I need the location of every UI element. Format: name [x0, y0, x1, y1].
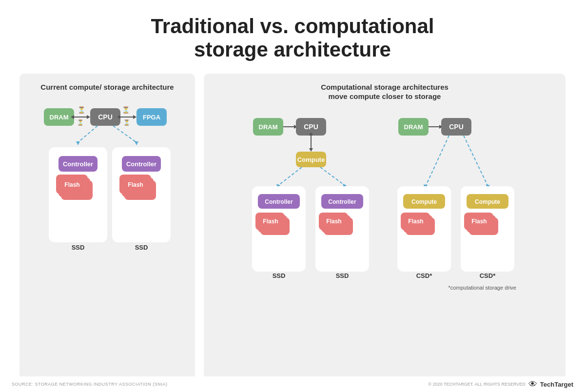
svg-text:Flash: Flash	[408, 218, 423, 225]
svg-text:DRAM: DRAM	[404, 123, 423, 131]
footer-logo-text: TechTarget	[540, 381, 573, 388]
svg-line-73	[426, 136, 449, 186]
svg-text:SSD: SSD	[336, 272, 349, 279]
footer-logo: © 2020 TECHTARGET. ALL RIGHTS RESERVED 👁…	[428, 379, 573, 390]
svg-text:Controller: Controller	[265, 198, 293, 205]
svg-text:Flash: Flash	[326, 218, 341, 225]
svg-text:Compute: Compute	[297, 156, 325, 163]
right-diagram-svg: DRAM CPU Compute	[243, 108, 526, 294]
left-panel: Current compute/ storage architecture DR…	[20, 74, 195, 387]
main-container: Traditional vs. computationalstorage arc…	[0, 0, 585, 392]
footer: SOURCE: STORAGE NETWORKING INDUSTRY ASSO…	[0, 376, 585, 392]
page-title: Traditional vs. computationalstorage arc…	[151, 15, 434, 62]
svg-text:⏳: ⏳	[122, 106, 130, 114]
svg-text:Flash: Flash	[471, 218, 487, 225]
svg-text:*computational storage drive: *computational storage drive	[448, 285, 516, 291]
svg-line-18	[113, 126, 136, 142]
svg-text:SSD: SSD	[135, 244, 148, 251]
diagrams-row: Current compute/ storage architecture DR…	[20, 74, 566, 387]
techtarget-icon: 👁	[528, 379, 537, 390]
right-panel: Computational storage architecturesmove …	[204, 74, 566, 387]
svg-text:⏳: ⏳	[77, 119, 84, 126]
svg-text:SSD: SSD	[72, 244, 85, 251]
svg-line-75	[464, 136, 488, 186]
svg-text:Flash: Flash	[64, 181, 79, 188]
svg-text:CPU: CPU	[98, 113, 113, 121]
footer-copyright: © 2020 TECHTARGET. ALL RIGHTS RESERVED	[428, 382, 525, 387]
svg-text:Controller: Controller	[63, 160, 93, 168]
svg-text:Compute: Compute	[411, 198, 437, 205]
svg-text:⏳: ⏳	[123, 119, 130, 126]
svg-line-49	[320, 167, 345, 185]
svg-text:CSD*: CSD*	[416, 272, 432, 279]
left-panel-title: Current compute/ storage architecture	[40, 82, 174, 92]
svg-text:Controller: Controller	[126, 160, 156, 168]
svg-text:CPU: CPU	[304, 123, 318, 131]
svg-text:DRAM: DRAM	[50, 114, 69, 121]
svg-text:⏳: ⏳	[78, 106, 86, 114]
svg-text:Flash: Flash	[128, 181, 143, 188]
svg-text:CSD*: CSD*	[480, 272, 496, 279]
footer-source: SOURCE: STORAGE NETWORKING INDUSTRY ASSO…	[12, 382, 167, 387]
svg-line-47	[278, 167, 302, 185]
svg-text:Controller: Controller	[328, 198, 356, 205]
svg-marker-19	[135, 141, 138, 145]
right-panel-title: Computational storage architecturesmove …	[321, 82, 448, 101]
svg-marker-12	[133, 115, 136, 119]
left-diagram-svg: DRAM ⏳ ⏳ CPU ⏳ ⏳ FPGA	[34, 98, 180, 284]
svg-text:SSD: SSD	[273, 272, 286, 279]
svg-line-16	[78, 126, 98, 142]
svg-text:DRAM: DRAM	[259, 123, 278, 131]
svg-text:Compute: Compute	[475, 198, 500, 205]
svg-marker-5	[87, 115, 90, 119]
svg-text:Flash: Flash	[263, 218, 278, 225]
svg-text:FPGA: FPGA	[143, 114, 161, 121]
svg-text:CPU: CPU	[449, 123, 464, 131]
svg-marker-44	[309, 148, 313, 152]
svg-marker-17	[76, 141, 80, 145]
